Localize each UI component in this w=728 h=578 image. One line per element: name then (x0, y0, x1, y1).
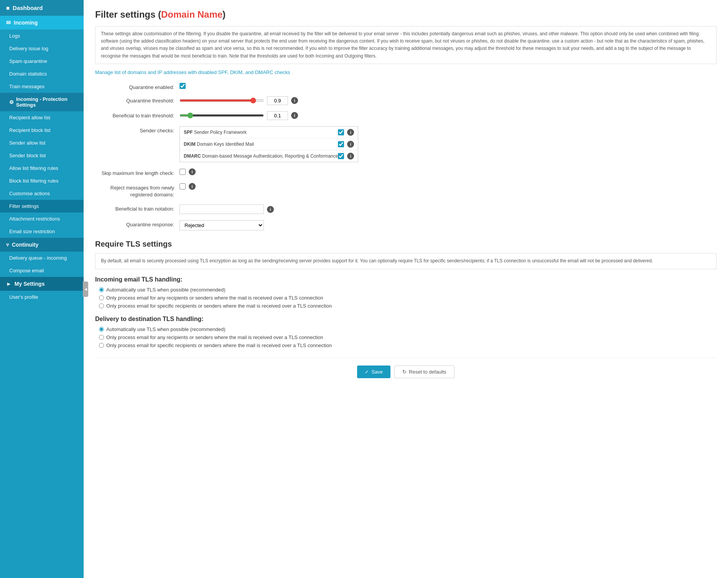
beneficial-train-threshold-value-input[interactable] (267, 111, 288, 120)
beneficial-train-notation-row: Beneficial to train notation: i (95, 204, 716, 214)
sidebar-email-size-restriction-label: Email size restriction (9, 229, 55, 234)
skip-max-line-length-info-icon[interactable]: i (189, 168, 196, 175)
sidebar-item-delivery-issue-log[interactable]: Delivery issue log (0, 42, 84, 55)
sidebar-item-filter-settings[interactable]: Filter settings (0, 200, 84, 212)
sidebar-item-attachment-restrictions[interactable]: Attachment restrictions (0, 212, 84, 225)
sidebar-logs-label: Logs (9, 33, 20, 39)
sidebar-recipient-block-list-label: Recipient block list (9, 127, 51, 133)
delivery-tls-radio3[interactable] (99, 343, 104, 348)
require-tls-desc-text: By default, all email is securely proces… (101, 258, 653, 263)
delivery-tls-option2-label[interactable]: Only process email for any recipients or… (99, 334, 716, 340)
chevron-left-icon: ◀ (84, 287, 87, 291)
sidebar-domain-statistics-label: Domain statistics (9, 71, 47, 77)
reset-button[interactable]: ↻ Reset to defaults (394, 366, 455, 378)
require-tls-desc: By default, all email is securely proces… (95, 253, 716, 269)
sidebar-item-compose-email[interactable]: Compose email (0, 264, 84, 277)
quarantine-enabled-control (180, 83, 716, 89)
sidebar-item-delivery-queue-incoming[interactable]: Delivery queue - incoming (0, 252, 84, 264)
sidebar-item-email-size-restriction[interactable]: Email size restriction (0, 225, 84, 238)
delivery-tls-option1-text: Automatically use TLS when possible (rec… (106, 326, 225, 332)
reject-newly-registered-control: i (180, 183, 716, 190)
incoming-tls-option1-label[interactable]: Automatically use TLS when possible (rec… (99, 287, 716, 293)
chevron-right-icon: ► (6, 281, 12, 287)
sidebar-compose-email-label: Compose email (9, 268, 44, 273)
envelope-icon: ✉ (6, 20, 11, 26)
incoming-tls-radio2[interactable] (99, 295, 104, 300)
sidebar-item-customise-actions[interactable]: Customise actions (0, 187, 84, 200)
sidebar-train-messages-label: Train messages (9, 84, 44, 89)
sidebar-my-settings-label: My Settings (15, 281, 45, 287)
sidebar-dashboard[interactable]: ■ Dashboard (0, 0, 84, 16)
beneficial-train-notation-info-icon[interactable]: i (267, 206, 274, 213)
reject-newly-registered-info-icon[interactable]: i (189, 183, 196, 190)
sidebar-attachment-restrictions-label: Attachment restrictions (9, 216, 60, 222)
sidebar-delivery-issue-log-label: Delivery issue log (9, 46, 48, 51)
quarantine-threshold-value-input[interactable] (267, 96, 288, 105)
reject-newly-registered-checkbox[interactable] (180, 183, 186, 189)
save-button-label: Save (371, 369, 383, 375)
sidebar-delivery-queue-incoming-label: Delivery queue - incoming (9, 255, 67, 261)
sidebar-continuity-label: Continuity (12, 242, 38, 248)
delivery-tls-option3-text: Only process email for specific recipien… (106, 343, 332, 348)
manage-link[interactable]: Manage list of domains and IP addresses … (95, 69, 716, 75)
sidebar-item-sender-allow-list[interactable]: Sender allow list (0, 137, 84, 149)
sidebar-item-domain-statistics[interactable]: Domain statistics (0, 68, 84, 80)
delivery-tls-option1-label[interactable]: Automatically use TLS when possible (rec… (99, 326, 716, 332)
reject-newly-registered-row: Reject messages from newly registered do… (95, 183, 716, 198)
quarantine-response-select[interactable]: Rejected Deferred Accepted (180, 220, 264, 231)
sidebar-item-spam-quarantine[interactable]: Spam quarantine (0, 55, 84, 68)
sidebar-collapse-button[interactable]: ◀ (83, 282, 88, 297)
quarantine-threshold-slider[interactable] (180, 99, 264, 102)
dkim-info-icon[interactable]: i (347, 141, 354, 148)
sidebar-item-allow-list-filtering-rules[interactable]: Allow list filtering rules (0, 162, 84, 175)
sidebar-sender-allow-list-label: Sender allow list (9, 140, 46, 146)
sidebar-incoming-section[interactable]: ✉ Incoming (0, 16, 84, 30)
quarantine-enabled-checkbox[interactable] (180, 83, 186, 89)
dkim-checkbox[interactable] (338, 141, 344, 147)
sidebar-item-train-messages[interactable]: Train messages (0, 80, 84, 93)
save-button[interactable]: ✓ Save (357, 366, 390, 378)
sidebar-incoming-protection-settings[interactable]: ⚙ Incoming - Protection Settings (0, 93, 84, 111)
sidebar-item-recipient-block-list[interactable]: Recipient block list (0, 124, 84, 137)
reset-icon: ↻ (402, 369, 407, 375)
incoming-tls-heading: Incoming email TLS handling: (95, 276, 716, 283)
sidebar-item-recipient-allow-list[interactable]: Recipient allow list (0, 111, 84, 124)
spf-check-row: SPF Sender Policy Framework i (180, 127, 358, 138)
delivery-tls-option3-label[interactable]: Only process email for specific recipien… (99, 343, 716, 348)
beneficial-train-threshold-info-icon[interactable]: i (291, 112, 298, 119)
incoming-tls-option3-label[interactable]: Only process email for specific recipien… (99, 303, 716, 309)
beneficial-train-threshold-slider[interactable] (180, 114, 264, 117)
beneficial-train-threshold-control: i (180, 111, 716, 120)
incoming-tls-option3-text: Only process email for specific recipien… (106, 303, 332, 309)
sidebar-item-block-list-filtering-rules[interactable]: Block list filtering rules (0, 175, 84, 187)
beneficial-train-threshold-label: Beneficial to train threshold: (95, 111, 180, 119)
beneficial-train-notation-input[interactable] (180, 204, 264, 214)
sidebar-incoming-protection-settings-label: Incoming - Protection Settings (16, 96, 77, 108)
manage-link-text: Manage list of domains and IP addresses … (95, 69, 290, 75)
quarantine-threshold-info-icon[interactable]: i (291, 97, 298, 104)
spf-info-icon[interactable]: i (347, 129, 354, 136)
sidebar-dashboard-label: Dashboard (13, 5, 43, 11)
dkim-label: DKIM Domain Keys Identified Mail (184, 142, 338, 147)
spf-checkbox[interactable] (338, 129, 344, 135)
incoming-tls-radio3[interactable] (99, 303, 104, 308)
delivery-tls-radio1[interactable] (99, 327, 104, 332)
sidebar-my-settings-section[interactable]: ► My Settings (0, 277, 84, 291)
incoming-tls-radio1[interactable] (99, 287, 104, 292)
sidebar-allow-list-filtering-rules-label: Allow list filtering rules (9, 165, 58, 171)
quarantine-enabled-row: Quarantine enabled: (95, 83, 716, 90)
sidebar-continuity-section[interactable]: ▿ Continuity (0, 238, 84, 252)
beneficial-train-notation-label: Beneficial to train notation: (95, 204, 180, 212)
quarantine-threshold-control: i (180, 96, 716, 105)
dmarc-info-icon[interactable]: i (347, 153, 354, 160)
sidebar-item-logs[interactable]: Logs (0, 30, 84, 42)
sidebar-item-sender-block-list[interactable]: Sender block list (0, 149, 84, 162)
sidebar-recipient-allow-list-label: Recipient allow list (9, 115, 50, 120)
reject-newly-registered-label: Reject messages from newly registered do… (95, 183, 180, 198)
sidebar-item-users-profile[interactable]: User's profile (0, 291, 84, 303)
skip-max-line-length-checkbox[interactable] (180, 169, 186, 175)
incoming-tls-option2-label[interactable]: Only process email for any recipients or… (99, 295, 716, 301)
dkim-check-right: i (338, 141, 354, 148)
delivery-tls-radio2[interactable] (99, 335, 104, 340)
dmarc-checkbox[interactable] (338, 153, 344, 159)
